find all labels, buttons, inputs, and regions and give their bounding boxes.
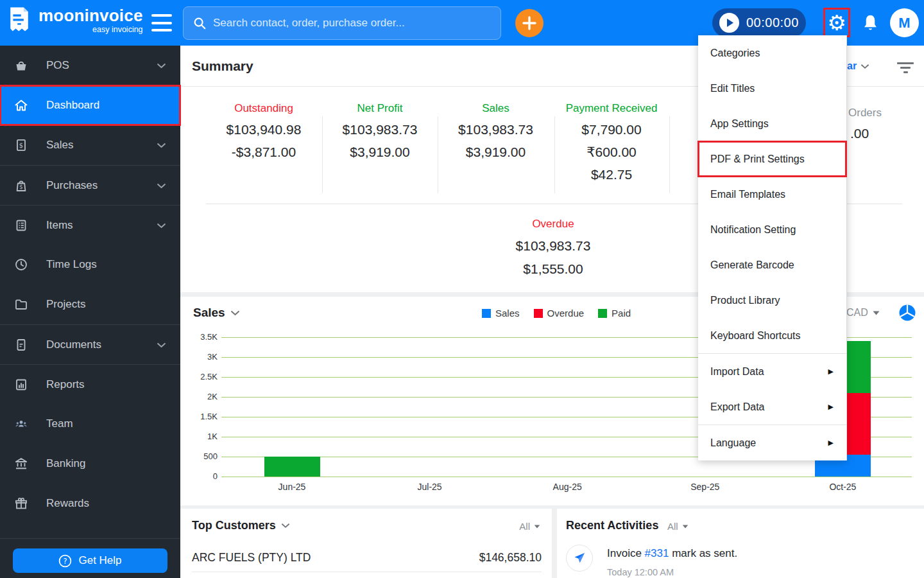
stat-orders-value-partial: .00 <box>850 126 869 141</box>
sidebar-item-documents[interactable]: Documents <box>0 324 180 364</box>
sidebar-item-time-logs[interactable]: Time Logs <box>0 245 180 285</box>
sidebar-item-label: Projects <box>46 298 85 311</box>
activity-item: Invoice #331 mark as sent. Today 12:00 A… <box>566 545 737 577</box>
sidebar-item-banking[interactable]: Banking <box>0 444 180 484</box>
stat-label: Net Profit <box>322 102 438 115</box>
search-input[interactable] <box>213 17 492 30</box>
period-dropdown[interactable]: ar <box>847 60 869 72</box>
x-axis-tick-label: Jun-25 <box>253 482 330 492</box>
legend-swatch <box>598 309 607 318</box>
menu-item-pdf-print-settings[interactable]: PDF & Print Settings <box>698 141 846 177</box>
menu-item-import-data[interactable]: Import Data▶ <box>698 354 846 389</box>
chart-bar-paid <box>264 457 320 477</box>
menu-item-email-templates[interactable]: Email Templates <box>698 177 846 212</box>
currency-label: CAD <box>846 307 868 319</box>
stat-value: $3,919.00 <box>322 144 438 160</box>
sidebar-item-label: Rewards <box>46 497 89 510</box>
triangle-down-icon <box>534 525 540 529</box>
sidebar-item-pos[interactable]: POS <box>0 46 180 85</box>
currency-dropdown[interactable]: CAD <box>846 307 880 319</box>
x-axis-tick-label: Aug-25 <box>529 482 606 492</box>
timer-value: 00:00:00 <box>746 15 799 30</box>
page-title: Summary <box>192 58 253 74</box>
sidebar-item-dashboard[interactable]: Dashboard <box>0 85 180 125</box>
avatar[interactable]: M <box>890 8 919 37</box>
pie-chart-icon[interactable] <box>898 304 916 324</box>
sales-invoice-icon: $ <box>13 137 30 153</box>
menu-item-keyboard-shortcuts[interactable]: Keyboard Shortcuts <box>698 318 846 353</box>
stat-value: -$3,871.00 <box>206 144 321 160</box>
global-search <box>183 6 501 40</box>
stat-sales: Sales $103,983.73 $3,919.00 <box>438 102 554 160</box>
svg-text:$: $ <box>19 142 23 149</box>
activity-text: mark as sent. <box>669 547 737 559</box>
menu-item-product-library[interactable]: Product Library <box>698 283 846 318</box>
get-help-button[interactable]: ? Get Help <box>13 548 167 573</box>
menu-item-edit-titles[interactable]: Edit Titles <box>698 71 846 106</box>
y-axis-tick-label: 1K <box>180 432 218 441</box>
stat-outstanding: Outstanding $103,940.98 -$3,871.00 <box>206 102 321 160</box>
sidebar-item-label: Team <box>46 417 73 430</box>
menu-item-notification-setting[interactable]: Notification Setting <box>698 212 846 247</box>
activity-invoice-link[interactable]: #331 <box>645 547 669 559</box>
menu-item-app-settings[interactable]: App Settings <box>698 106 846 141</box>
recent-activities-filter-dropdown[interactable]: All <box>667 521 689 532</box>
quick-add-button[interactable] <box>515 9 543 37</box>
play-icon[interactable] <box>719 13 739 33</box>
sidebar-item-purchases[interactable]: $ Purchases <box>0 165 180 205</box>
gift-icon <box>13 496 30 511</box>
clock-icon <box>13 257 30 272</box>
y-axis-tick-label: 3K <box>180 352 218 362</box>
bank-icon <box>13 456 30 471</box>
submenu-arrow-icon: ▶ <box>828 367 834 376</box>
filter-icon[interactable] <box>897 62 914 73</box>
customer-row[interactable]: ARC FUELS (PTY) LTD $146,658.10 <box>192 544 542 572</box>
sidebar-item-label: Time Logs <box>46 258 97 271</box>
search-icon <box>193 16 207 30</box>
y-axis-tick-label: 2K <box>180 392 218 401</box>
stat-label: Overdue <box>457 218 649 231</box>
divider <box>669 116 670 193</box>
stat-payment-received: Payment Received $7,790.00 ₹600.00 $42.7… <box>554 102 669 182</box>
settings-highlight-box[interactable]: ⚙ <box>823 8 850 37</box>
stat-value: $103,940.98 <box>206 122 321 137</box>
top-customers-dropdown[interactable]: Top Customers <box>192 519 290 532</box>
stat-orders-label-partial: Orders <box>848 107 882 119</box>
top-customers-title: Top Customers <box>192 519 276 532</box>
sidebar-item-items[interactable]: Items <box>0 205 180 245</box>
gear-icon[interactable]: ⚙ <box>827 12 846 33</box>
y-axis-tick-label: 2.5K <box>180 372 218 381</box>
legend-label: Overdue <box>547 308 585 319</box>
menu-item-categories[interactable]: Categories <box>698 35 846 71</box>
legend-item-sales: Sales <box>482 308 520 319</box>
hamburger-menu-icon[interactable] <box>151 14 172 31</box>
menu-item-generate-barcode[interactable]: Generate Barcode <box>698 247 846 283</box>
plus-icon <box>522 15 537 31</box>
triangle-down-icon <box>873 311 880 315</box>
brand-logo[interactable]: mooninvoice easy invoicing <box>8 6 143 35</box>
sidebar-item-projects[interactable]: Projects <box>0 285 180 324</box>
stat-net-profit: Net Profit $103,983.73 $3,919.00 <box>322 102 438 160</box>
legend-swatch <box>534 309 543 318</box>
y-axis-tick-label: 500 <box>180 451 218 461</box>
bar-chart-icon <box>13 377 30 392</box>
sidebar-item-sales[interactable]: $ Sales <box>0 125 180 165</box>
chart-legend: Sales Overdue Paid <box>482 308 631 319</box>
sidebar-item-team[interactable]: Team <box>0 404 180 444</box>
menu-item-language[interactable]: Language▶ <box>698 425 846 460</box>
top-customers-filter-dropdown[interactable]: All <box>519 521 540 532</box>
stat-overdue: Overdue $103,983.73 $1,555.00 <box>457 218 649 277</box>
chevron-down-icon <box>157 139 166 152</box>
submenu-arrow-icon: ▶ <box>828 439 834 447</box>
menu-item-export-data[interactable]: Export Data▶ <box>698 389 846 425</box>
sales-section-dropdown[interactable]: Sales <box>193 306 240 320</box>
sidebar-item-rewards[interactable]: Rewards <box>0 484 180 523</box>
notifications-bell-icon[interactable] <box>862 13 879 35</box>
send-icon <box>573 552 586 565</box>
sidebar-item-reports[interactable]: Reports <box>0 364 180 404</box>
activity-detail: Today 12:00 AM <box>607 567 737 577</box>
time-tracker[interactable]: 00:00:00 <box>712 8 806 37</box>
stat-value: $103,983.73 <box>322 122 438 137</box>
stat-value: $103,983.73 <box>438 122 554 137</box>
sidebar-item-label: Reports <box>46 378 85 391</box>
